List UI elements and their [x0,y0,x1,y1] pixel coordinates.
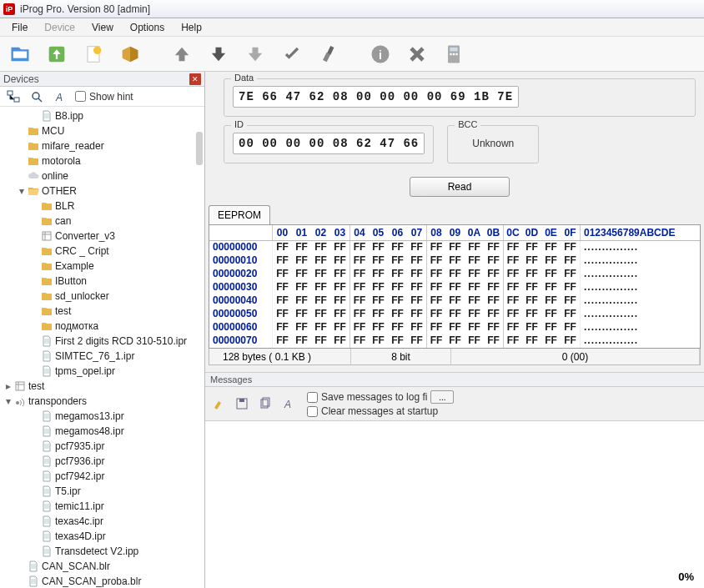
tree-item[interactable]: temic11.ipr [0,499,204,514]
hex-col-header: 0E [541,225,561,240]
svg-text:i: i [379,48,382,61]
hex-col-header: 05 [369,225,388,240]
tree-item[interactable]: texas4D.ipr [0,529,204,544]
menu-help[interactable]: Help [174,20,209,35]
save-log-input[interactable] [307,392,318,403]
bcc-group: BCC Unknown [447,125,539,163]
id-value[interactable]: 00 00 00 00 08 62 47 66 [233,133,425,154]
hex-col-header: 0B [484,225,503,240]
tree-item[interactable]: Example [0,259,204,274]
tree-item[interactable]: ▾transponders [0,394,204,409]
search-icon[interactable] [28,88,45,105]
tree-item[interactable]: B8.ipp [0,108,204,123]
hex-row[interactable]: 00000000FFFFFFFFFFFFFFFFFFFFFFFFFFFFFFFF… [209,241,700,254]
tree-item[interactable]: motorola [0,153,204,168]
hex-col-header: 08 [426,225,445,240]
hex-row[interactable]: 00000040FFFFFFFFFFFFFFFFFFFFFFFFFFFFFFFF… [209,294,700,308]
hex-row[interactable]: 00000020FFFFFFFFFFFFFFFFFFFFFFFFFFFFFFFF… [209,268,700,281]
hex-editor[interactable]: 000102030405060708090A0B0C0D0E0F 0123456… [209,224,701,349]
tree-item[interactable]: ▾OTHER [0,183,204,199]
data-value[interactable]: 7E 66 47 62 08 00 00 00 00 69 1B 7E [233,86,519,108]
tree-item[interactable]: CAN_SCAN.blr [0,559,204,574]
tree-item[interactable]: can [0,214,204,229]
new-button[interactable] [78,39,108,69]
save-log-label: Save messages to log fi [321,391,427,403]
save-button[interactable] [42,39,72,69]
tree-item[interactable]: T5.ipr [0,484,204,499]
menu-device[interactable]: Device [38,20,82,35]
tree-icon[interactable] [5,88,22,105]
arrow-down-button[interactable] [204,39,234,69]
cancel-button[interactable] [402,39,432,69]
info-button[interactable]: i [365,39,395,69]
tree-item[interactable]: MCU [0,123,204,138]
clear-startup-checkbox[interactable]: Clear messages at startup [307,405,454,417]
messages-header: Messages [205,372,704,387]
arrow-down-grey-button[interactable] [240,39,270,69]
tree-item[interactable]: pcf7935.ipr [0,439,204,454]
arrow-up-button[interactable] [167,39,197,69]
tree-item[interactable]: BLR [0,199,204,214]
tree-item[interactable]: First 2 digits RCD 310-510.ipr [0,334,204,349]
id-label: ID [231,119,247,129]
save-log-checkbox[interactable]: Save messages to log fi ... [307,390,454,404]
menu-file[interactable]: File [5,20,34,35]
show-hint-input[interactable] [75,91,86,102]
msg-save-icon[interactable] [234,395,250,412]
show-hint-checkbox[interactable]: Show hint [75,91,133,103]
tree-item[interactable]: pcf7936.ipr [0,454,204,469]
msg-clear-icon[interactable] [210,395,227,412]
check-button[interactable] [277,39,307,69]
hex-row[interactable]: 00000070FFFFFFFFFFFFFFFFFFFFFFFFFFFFFFFF… [209,334,700,348]
tree-item[interactable]: texas4c.ipr [0,514,204,529]
tree-item[interactable]: ▸test [0,379,204,394]
font-icon[interactable]: A [52,88,68,105]
hex-row[interactable]: 00000060FFFFFFFFFFFFFFFFFFFFFFFFFFFFFFFF… [209,321,700,334]
log-path-button[interactable]: ... [430,390,454,404]
tree-item[interactable]: подмотка [0,319,204,334]
svg-rect-12 [14,98,19,102]
svg-point-13 [33,93,39,99]
close-icon[interactable]: ✕ [189,73,201,85]
tree-item[interactable]: IButton [0,274,204,289]
tree-item[interactable]: tpms_opel.ipr [0,364,204,379]
menu-view[interactable]: View [85,20,120,35]
tree-item[interactable]: pcf7942.ipr [0,469,204,484]
brush-button[interactable] [314,39,344,69]
msg-copy-icon[interactable] [257,395,274,412]
package-button[interactable] [115,39,145,69]
tree-item[interactable]: megamos13.ipr [0,409,204,424]
tree-item[interactable]: mifare_reader [0,138,204,153]
hex-row[interactable]: 00000030FFFFFFFFFFFFFFFFFFFFFFFFFFFFFFFF… [209,281,700,294]
hex-row[interactable]: 00000050FFFFFFFFFFFFFFFFFFFFFFFFFFFFFFFF… [209,308,700,321]
tree-item[interactable]: sd_unlocker [0,289,204,304]
svg-text:A: A [284,399,291,410]
svg-rect-3 [327,46,334,54]
calculator-button[interactable] [439,39,469,69]
tree-item[interactable]: online [0,168,204,183]
tree-item[interactable]: megamos48.ipr [0,424,204,439]
tree-item[interactable]: CAN_SCAN_proba.blr [0,574,204,588]
data-group: Data 7E 66 47 62 08 00 00 00 00 69 1B 7E [224,78,696,117]
messages-body[interactable] [205,420,704,588]
tab-eeprom[interactable]: EEPROM [209,205,270,224]
msg-font-icon[interactable]: A [280,395,297,412]
open-button[interactable] [5,39,35,69]
data-label: Data [231,73,257,83]
tree-item[interactable]: SIMTEC_76_1.ipr [0,349,204,364]
tree-item[interactable]: Transdetect V2.ipp [0,544,204,559]
hex-row[interactable]: 00000010FFFFFFFFFFFFFFFFFFFFFFFFFFFFFFFF… [209,254,700,268]
svg-point-17 [16,401,19,405]
tree-item[interactable]: CRC _ Cript [0,244,204,259]
menu-options[interactable]: Options [123,20,171,35]
tree-item[interactable]: Converter_v3 [0,229,204,244]
hex-statusbar: 128 bytes ( 0.1 KB ) 8 bit 0 (00) [209,349,701,365]
scrollbar-thumb[interactable] [196,132,203,165]
hex-col-header: 0A [465,225,484,240]
read-button[interactable]: Read [410,177,510,197]
hex-col-header: 04 [349,225,369,240]
tree-item[interactable]: test [0,304,204,319]
clear-startup-input[interactable] [307,406,318,417]
devices-tree[interactable]: B8.ippMCUmifare_readermotorolaonline▾OTH… [0,107,204,588]
hex-col-header: 0C [503,225,522,240]
